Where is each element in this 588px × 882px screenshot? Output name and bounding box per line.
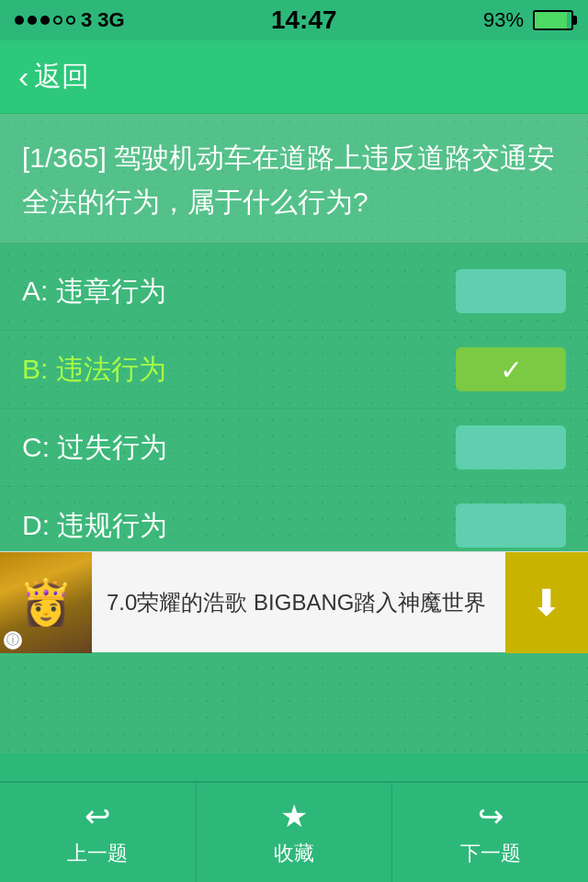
status-left: 3 3G — [15, 8, 125, 32]
network-type: 3G — [97, 8, 124, 32]
status-time: 14:47 — [271, 6, 337, 35]
main-content: [1/365] 驾驶机动车在道路上违反道路交通安全法的行为，属于什么行为? A:… — [0, 114, 588, 753]
carrier: 3 — [81, 8, 92, 32]
checkmark-icon: ✓ — [500, 354, 523, 386]
ad-thumbnail: 👸 ⓘ — [0, 552, 92, 653]
option-c-row[interactable]: C: 过失行为 — [0, 409, 588, 487]
ad-info-icon: ⓘ — [4, 631, 22, 650]
prev-button[interactable]: ↩ 上一题 — [0, 783, 197, 882]
next-button[interactable]: ↪ 下一题 — [392, 783, 588, 882]
ad-banner: 👸 ⓘ 7.0荣耀的浩歌 BIGBANG踏入神魔世界 ⬇ — [0, 551, 588, 652]
question-index: [1/365] — [22, 142, 107, 173]
option-b-row[interactable]: B: 违法行为 ✓ — [0, 331, 588, 409]
option-d-label: D: 违规行为 — [22, 507, 167, 545]
back-arrow-icon: ‹ — [18, 59, 28, 95]
options-area: A: 违章行为 B: 违法行为 ✓ C: 过失行为 D: 违规行为 — [0, 243, 588, 574]
status-bar: 3 3G 14:47 93% — [0, 0, 588, 40]
option-b-label: B: 违法行为 — [22, 351, 166, 389]
question-text: [1/365] 驾驶机动车在道路上违反道路交通安全法的行为，属于什么行为? — [22, 136, 566, 224]
option-c-indicator — [456, 425, 566, 469]
option-c-label: C: 过失行为 — [22, 429, 167, 467]
prev-label: 上一题 — [67, 840, 128, 867]
ad-text: 7.0荣耀的浩歌 BIGBANG踏入神魔世界 — [92, 586, 505, 619]
star-icon: ★ — [280, 797, 308, 834]
next-icon: ↪ — [478, 797, 503, 834]
battery-icon — [533, 10, 573, 30]
bottom-toolbar: ↩ 上一题 ★ 收藏 ↪ 下一题 — [0, 781, 588, 882]
collect-button[interactable]: ★ 收藏 — [197, 783, 393, 882]
battery-percent: 93% — [483, 8, 524, 32]
option-d-indicator — [456, 503, 566, 548]
collect-label: 收藏 — [274, 840, 314, 867]
ad-thumb-char: 👸 — [18, 577, 74, 628]
option-b-indicator: ✓ — [456, 347, 566, 391]
ad-download-button[interactable]: ⬇ — [505, 552, 588, 653]
nav-bar: ‹ 返回 — [0, 40, 588, 114]
status-right: 93% — [483, 8, 573, 32]
download-icon: ⬇ — [531, 582, 562, 624]
battery-fill — [535, 12, 567, 28]
option-a-label: A: 违章行为 — [22, 273, 166, 311]
question-area: [1/365] 驾驶机动车在道路上违反道路交通安全法的行为，属于什么行为? — [0, 114, 588, 243]
ad-thumb-inner: 👸 ⓘ — [0, 552, 92, 653]
option-a-indicator — [456, 269, 566, 313]
signal-dots — [15, 16, 75, 25]
option-a-row[interactable]: A: 违章行为 — [0, 253, 588, 331]
prev-icon: ↩ — [85, 797, 110, 834]
back-button[interactable]: ‹ 返回 — [18, 58, 89, 96]
back-label: 返回 — [34, 58, 89, 96]
next-label: 下一题 — [460, 840, 521, 867]
